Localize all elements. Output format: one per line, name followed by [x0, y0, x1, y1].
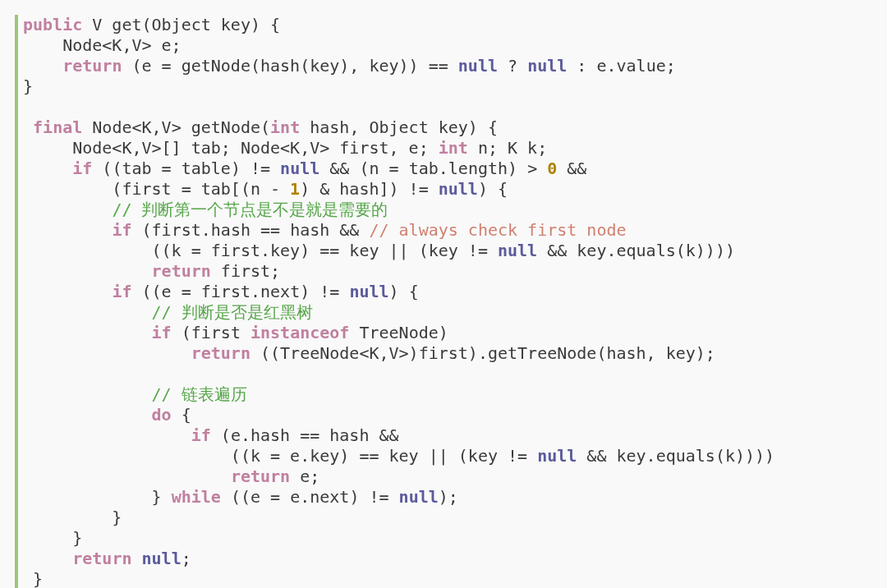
code-token: ((TreeNode<K,V>)first).getTreeNode(hash,…	[250, 343, 715, 363]
code-token: {	[172, 405, 191, 425]
code-token: V get(Object key) {	[82, 15, 280, 34]
code-token: instanceof	[250, 323, 349, 342]
code-token: e;	[290, 466, 319, 486]
code-token: do	[152, 405, 172, 425]
code-token	[23, 384, 152, 404]
code-token: return	[152, 261, 211, 281]
code-token: (first.hash == hash &&	[131, 220, 369, 240]
code-token: // always check first node	[369, 220, 626, 240]
code-token	[23, 549, 72, 568]
code-pre: public V get(Object key) { Node<K,V> e; …	[23, 15, 887, 588]
code-token	[23, 56, 62, 76]
code-token: ) {	[389, 282, 419, 301]
code-token	[23, 117, 33, 137]
code-token: }	[23, 528, 82, 548]
code-token: (e = getNode(hash(key), key)) ==	[122, 56, 457, 76]
code-token: (e.hash == hash &&	[211, 425, 399, 445]
code-token: int	[439, 138, 468, 158]
code-token: while	[172, 487, 221, 507]
code-token	[23, 261, 152, 281]
code-token: ((e = e.next) !=	[221, 487, 399, 507]
code-token: return	[191, 343, 250, 363]
code-token	[23, 200, 112, 219]
code-token: &&	[557, 158, 586, 178]
code-token: ((k = e.key) == key || (key !=	[23, 446, 537, 466]
code-token: return	[72, 549, 131, 568]
code-token: ((tab = table) !=	[92, 158, 280, 178]
code-token	[23, 343, 191, 363]
code-snippet: public V get(Object key) { Node<K,V> e; …	[15, 15, 887, 588]
code-token: ((e = first.next) !=	[131, 282, 349, 301]
code-token: 1	[290, 179, 300, 199]
code-token: // 链表遍历	[152, 384, 247, 404]
code-token: 0	[547, 158, 557, 178]
code-token: Node<K,V>[] tab; Node<K,V> first, e;	[23, 138, 439, 158]
code-token	[23, 220, 112, 240]
code-token: ) {	[478, 179, 508, 199]
code-token: ) & hash]) !=	[300, 179, 439, 199]
code-token: if	[72, 158, 92, 178]
code-token: return	[62, 56, 122, 76]
code-token: && key.equals(k))))	[537, 241, 735, 260]
code-token: if	[191, 425, 211, 445]
code-token: }	[23, 569, 43, 588]
code-token	[23, 158, 72, 178]
code-token: ((k = first.key) == key || (key !=	[23, 241, 498, 260]
code-token	[23, 405, 152, 425]
code-token: }	[23, 487, 172, 507]
code-token	[23, 302, 152, 322]
code-token: if	[112, 220, 131, 240]
code-token	[23, 466, 231, 486]
code-token: && key.equals(k))))	[577, 446, 774, 466]
code-token: // 判断是否是红黑树	[152, 302, 313, 322]
code-token: ;	[182, 549, 191, 568]
code-token: null	[439, 179, 478, 199]
code-token: public	[23, 15, 82, 34]
code-token: if	[112, 282, 131, 301]
code-token: return	[231, 466, 290, 486]
code-token: hash, Object key) {	[300, 117, 498, 137]
code-token: null	[280, 158, 319, 178]
code-token: n; K k;	[468, 138, 547, 158]
code-token: : e.value;	[567, 56, 675, 76]
code-token: final	[33, 117, 82, 137]
code-token: Node<K,V> getNode(	[82, 117, 270, 137]
code-token	[23, 425, 191, 445]
code-token: if	[152, 323, 172, 342]
code-token: );	[439, 487, 458, 507]
code-token: && (n = tab.length) >	[319, 158, 547, 178]
code-token: null	[498, 241, 537, 260]
code-token: null	[458, 56, 498, 76]
code-token: ?	[498, 56, 527, 76]
code-token: Node<K,V> e;	[23, 35, 182, 55]
code-token: null	[349, 282, 388, 301]
code-token: null	[527, 56, 567, 76]
code-token: TreeNode)	[349, 323, 448, 342]
code-token: (first	[172, 323, 250, 342]
code-token: first;	[211, 261, 280, 281]
code-token	[23, 282, 112, 301]
code-token: }	[23, 508, 122, 527]
code-token: null	[537, 446, 577, 466]
code-token: null	[142, 549, 182, 568]
code-token	[23, 323, 152, 342]
code-token: }	[23, 76, 33, 96]
code-token: int	[270, 117, 300, 137]
code-token	[131, 549, 141, 568]
code-token: // 判断第一个节点是不是就是需要的	[112, 200, 388, 219]
code-token: (first = tab[(n -	[23, 179, 290, 199]
code-token: null	[399, 487, 439, 507]
